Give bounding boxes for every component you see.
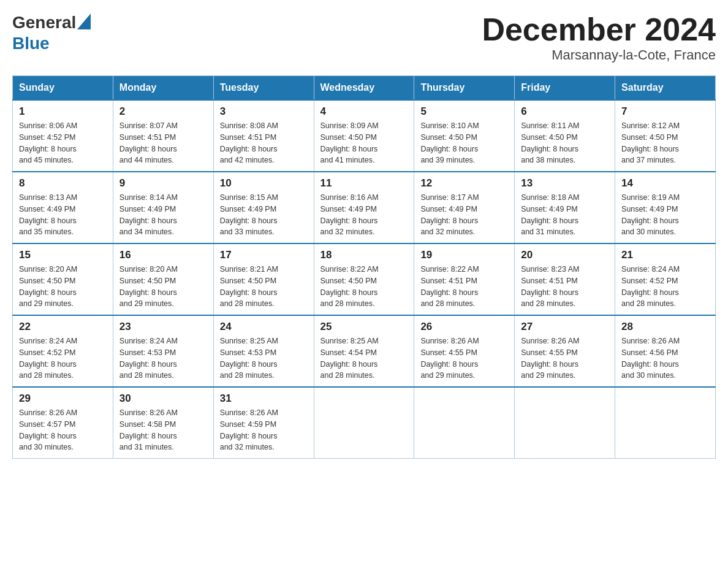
day-number: 18 <box>320 249 408 261</box>
day-number: 25 <box>320 321 408 333</box>
day-info: Sunrise: 8:16 AM Sunset: 4:49 PM Dayligh… <box>320 192 408 238</box>
day-number: 11 <box>320 177 408 190</box>
calendar-cell: 17 Sunrise: 8:21 AM Sunset: 4:50 PM Dayl… <box>213 243 314 315</box>
logo-triangle-icon <box>77 13 91 29</box>
day-info: Sunrise: 8:22 AM Sunset: 4:51 PM Dayligh… <box>420 264 508 310</box>
day-number: 30 <box>119 393 207 405</box>
day-info: Sunrise: 8:24 AM Sunset: 4:52 PM Dayligh… <box>621 264 709 310</box>
day-number: 15 <box>19 249 107 261</box>
calendar-cell: 27 Sunrise: 8:26 AM Sunset: 4:55 PM Dayl… <box>515 315 615 387</box>
day-info: Sunrise: 8:22 AM Sunset: 4:50 PM Dayligh… <box>320 264 408 310</box>
calendar-cell: 7 Sunrise: 8:12 AM Sunset: 4:50 PM Dayli… <box>615 100 716 172</box>
calendar-cell: 30 Sunrise: 8:26 AM Sunset: 4:58 PM Dayl… <box>113 387 213 459</box>
calendar-cell: 12 Sunrise: 8:17 AM Sunset: 4:49 PM Dayl… <box>414 172 515 243</box>
day-info: Sunrise: 8:13 AM Sunset: 4:49 PM Dayligh… <box>19 192 107 238</box>
logo-general: General <box>12 12 76 33</box>
calendar-week-row: 22 Sunrise: 8:24 AM Sunset: 4:52 PM Dayl… <box>13 315 716 387</box>
day-info: Sunrise: 8:18 AM Sunset: 4:49 PM Dayligh… <box>521 192 609 238</box>
day-info: Sunrise: 8:26 AM Sunset: 4:55 PM Dayligh… <box>420 335 508 381</box>
day-number: 1 <box>19 105 107 118</box>
day-info: Sunrise: 8:07 AM Sunset: 4:51 PM Dayligh… <box>119 120 207 166</box>
calendar-cell: 28 Sunrise: 8:26 AM Sunset: 4:56 PM Dayl… <box>615 315 716 387</box>
day-number: 21 <box>621 249 709 261</box>
calendar-table: SundayMondayTuesdayWednesdayThursdayFrid… <box>12 75 716 459</box>
day-number: 16 <box>119 249 207 261</box>
calendar-cell: 15 Sunrise: 8:20 AM Sunset: 4:50 PM Dayl… <box>13 243 113 315</box>
day-info: Sunrise: 8:17 AM Sunset: 4:49 PM Dayligh… <box>420 192 508 238</box>
day-number: 10 <box>220 177 308 190</box>
day-number: 23 <box>119 321 207 333</box>
day-info: Sunrise: 8:26 AM Sunset: 4:56 PM Dayligh… <box>621 335 709 381</box>
day-number: 4 <box>320 105 408 118</box>
svg-marker-0 <box>77 13 91 29</box>
day-number: 26 <box>420 321 508 333</box>
calendar-cell: 25 Sunrise: 8:25 AM Sunset: 4:54 PM Dayl… <box>314 315 414 387</box>
weekday-header-row: SundayMondayTuesdayWednesdayThursdayFrid… <box>13 76 716 101</box>
day-info: Sunrise: 8:21 AM Sunset: 4:50 PM Dayligh… <box>220 264 308 310</box>
day-info: Sunrise: 8:20 AM Sunset: 4:50 PM Dayligh… <box>19 264 107 310</box>
calendar-cell: 8 Sunrise: 8:13 AM Sunset: 4:49 PM Dayli… <box>13 172 113 243</box>
calendar-week-row: 29 Sunrise: 8:26 AM Sunset: 4:57 PM Dayl… <box>13 387 716 459</box>
calendar-week-row: 15 Sunrise: 8:20 AM Sunset: 4:50 PM Dayl… <box>13 243 716 315</box>
day-number: 5 <box>420 105 508 118</box>
calendar-week-row: 1 Sunrise: 8:06 AM Sunset: 4:52 PM Dayli… <box>13 100 716 172</box>
calendar-cell: 11 Sunrise: 8:16 AM Sunset: 4:49 PM Dayl… <box>314 172 414 243</box>
day-info: Sunrise: 8:14 AM Sunset: 4:49 PM Dayligh… <box>119 192 207 238</box>
day-number: 29 <box>19 393 107 405</box>
calendar-cell: 29 Sunrise: 8:26 AM Sunset: 4:57 PM Dayl… <box>13 387 113 459</box>
day-number: 17 <box>220 249 308 261</box>
weekday-header-wednesday: Wednesday <box>314 76 414 101</box>
day-info: Sunrise: 8:08 AM Sunset: 4:51 PM Dayligh… <box>220 120 308 166</box>
calendar-cell: 16 Sunrise: 8:20 AM Sunset: 4:50 PM Dayl… <box>113 243 213 315</box>
day-number: 28 <box>621 321 709 333</box>
calendar-cell: 22 Sunrise: 8:24 AM Sunset: 4:52 PM Dayl… <box>13 315 113 387</box>
title-block: December 2024 Marsannay-la-Cote, France <box>482 12 716 63</box>
day-info: Sunrise: 8:19 AM Sunset: 4:49 PM Dayligh… <box>621 192 709 238</box>
day-info: Sunrise: 8:26 AM Sunset: 4:58 PM Dayligh… <box>119 407 207 453</box>
day-info: Sunrise: 8:09 AM Sunset: 4:50 PM Dayligh… <box>320 120 408 166</box>
weekday-header-saturday: Saturday <box>615 76 716 101</box>
weekday-header-thursday: Thursday <box>414 76 515 101</box>
calendar-cell: 21 Sunrise: 8:24 AM Sunset: 4:52 PM Dayl… <box>615 243 716 315</box>
calendar-week-row: 8 Sunrise: 8:13 AM Sunset: 4:49 PM Dayli… <box>13 172 716 243</box>
weekday-header-sunday: Sunday <box>13 76 113 101</box>
calendar-cell: 23 Sunrise: 8:24 AM Sunset: 4:53 PM Dayl… <box>113 315 213 387</box>
day-info: Sunrise: 8:24 AM Sunset: 4:53 PM Dayligh… <box>119 335 207 381</box>
calendar-cell <box>615 387 716 459</box>
day-number: 22 <box>19 321 107 333</box>
calendar-cell: 24 Sunrise: 8:25 AM Sunset: 4:53 PM Dayl… <box>213 315 314 387</box>
calendar-cell: 3 Sunrise: 8:08 AM Sunset: 4:51 PM Dayli… <box>213 100 314 172</box>
weekday-header-tuesday: Tuesday <box>213 76 314 101</box>
calendar-cell: 19 Sunrise: 8:22 AM Sunset: 4:51 PM Dayl… <box>414 243 515 315</box>
calendar-cell: 18 Sunrise: 8:22 AM Sunset: 4:50 PM Dayl… <box>314 243 414 315</box>
calendar-cell: 14 Sunrise: 8:19 AM Sunset: 4:49 PM Dayl… <box>615 172 716 243</box>
day-info: Sunrise: 8:10 AM Sunset: 4:50 PM Dayligh… <box>420 120 508 166</box>
calendar-cell <box>414 387 515 459</box>
day-info: Sunrise: 8:25 AM Sunset: 4:54 PM Dayligh… <box>320 335 408 381</box>
day-number: 7 <box>621 105 709 118</box>
calendar-cell: 5 Sunrise: 8:10 AM Sunset: 4:50 PM Dayli… <box>414 100 515 172</box>
day-info: Sunrise: 8:11 AM Sunset: 4:50 PM Dayligh… <box>521 120 609 166</box>
day-info: Sunrise: 8:06 AM Sunset: 4:52 PM Dayligh… <box>19 120 107 166</box>
day-number: 9 <box>119 177 207 190</box>
location: Marsannay-la-Cote, France <box>482 47 716 63</box>
day-number: 20 <box>521 249 609 261</box>
logo: General Blue <box>12 12 91 53</box>
day-info: Sunrise: 8:26 AM Sunset: 4:57 PM Dayligh… <box>19 407 107 453</box>
calendar-cell: 9 Sunrise: 8:14 AM Sunset: 4:49 PM Dayli… <box>113 172 213 243</box>
calendar-cell: 2 Sunrise: 8:07 AM Sunset: 4:51 PM Dayli… <box>113 100 213 172</box>
calendar-cell <box>314 387 414 459</box>
day-number: 13 <box>521 177 609 190</box>
day-number: 2 <box>119 105 207 118</box>
weekday-header-monday: Monday <box>113 76 213 101</box>
calendar-cell: 13 Sunrise: 8:18 AM Sunset: 4:49 PM Dayl… <box>515 172 615 243</box>
calendar-cell: 4 Sunrise: 8:09 AM Sunset: 4:50 PM Dayli… <box>314 100 414 172</box>
day-info: Sunrise: 8:12 AM Sunset: 4:50 PM Dayligh… <box>621 120 709 166</box>
day-number: 6 <box>521 105 609 118</box>
logo-blue: Blue <box>12 34 50 53</box>
day-info: Sunrise: 8:24 AM Sunset: 4:52 PM Dayligh… <box>19 335 107 381</box>
calendar-cell <box>515 387 615 459</box>
month-title: December 2024 <box>482 12 716 47</box>
calendar-cell: 1 Sunrise: 8:06 AM Sunset: 4:52 PM Dayli… <box>13 100 113 172</box>
day-info: Sunrise: 8:20 AM Sunset: 4:50 PM Dayligh… <box>119 264 207 310</box>
